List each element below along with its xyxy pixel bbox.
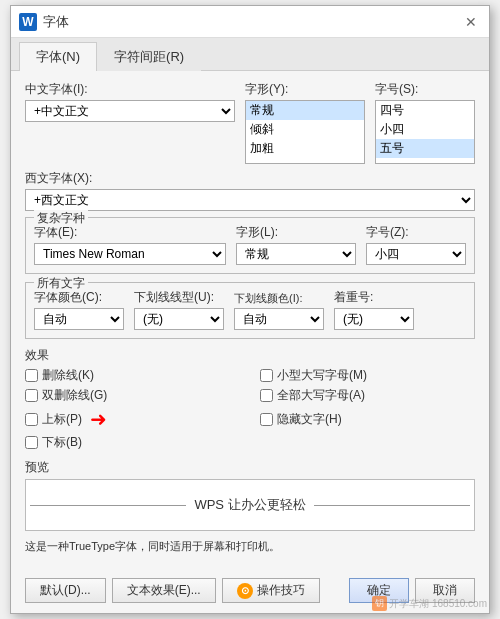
complex-style-field: 字形(L): 常规 — [236, 224, 356, 265]
effects-grid: 删除线(K) 小型大写字母(M) 双删除线(G) 全部大写字母(A) 上标(P) — [25, 367, 475, 451]
hidden-row: 隐藏文字(H) — [260, 407, 475, 431]
tab-spacing[interactable]: 字符间距(R) — [97, 42, 201, 71]
red-arrow-indicator: ➜ — [90, 407, 107, 431]
tab-font[interactable]: 字体(N) — [19, 42, 97, 71]
close-button[interactable]: ✕ — [461, 12, 481, 32]
style-group: 字形(Y): 常规 倾斜 加粗 — [245, 81, 365, 164]
underline-type-field: 下划线线型(U): (无) — [134, 289, 224, 330]
preview-box: WPS 让办公更轻松 — [25, 479, 475, 531]
complex-style-label: 字形(L): — [236, 224, 356, 241]
complex-font-row: 字体(E): Times New Roman 字形(L): 常规 字号(Z): … — [34, 224, 466, 265]
title-bar-left: W 字体 — [19, 13, 69, 31]
style-listbox[interactable]: 常规 倾斜 加粗 — [245, 100, 365, 164]
complex-size-field: 字号(Z): 小四 — [366, 224, 466, 265]
watermark: 钥 开学车湖 168510.com — [372, 596, 487, 611]
footer-left: 默认(D)... 文本效果(E)... ⊙ 操作技巧 — [25, 578, 320, 603]
title-controls: ✕ — [461, 12, 481, 32]
chinese-font-select[interactable]: +中文正文 — [25, 100, 235, 122]
all-caps-checkbox[interactable] — [260, 389, 273, 402]
dialog-content: 中文字体(I): +中文正文 字形(Y): 常规 倾斜 加粗 字号(S): 四号… — [11, 71, 489, 572]
title-bar: W 字体 ✕ — [11, 6, 489, 38]
small-caps-label: 小型大写字母(M) — [277, 367, 367, 384]
complex-font-title: 复杂字种 — [34, 210, 88, 227]
complex-style-select[interactable]: 常规 — [236, 243, 356, 265]
small-caps-checkbox[interactable] — [260, 369, 273, 382]
style-label: 字形(Y): — [245, 81, 365, 98]
wm-badge: 钥 — [372, 596, 387, 611]
dialog-title: 字体 — [43, 13, 69, 31]
underline-color-label: 下划线颜色(I): — [234, 291, 324, 306]
complex-font-field: 字体(E): Times New Roman — [34, 224, 226, 265]
west-font-row: 西文字体(X): +西文正文 — [25, 170, 475, 211]
emphasis-select[interactable]: (无) — [334, 308, 414, 330]
preview-section: 预览 WPS 让办公更轻松 — [25, 459, 475, 531]
complex-size-label: 字号(Z): — [366, 224, 466, 241]
underline-type-label: 下划线线型(U): — [134, 289, 224, 306]
style-option-bold[interactable]: 加粗 — [246, 139, 364, 158]
strikethrough-row: 删除线(K) — [25, 367, 240, 384]
style-option-regular[interactable]: 常规 — [246, 101, 364, 120]
complex-font-select[interactable]: Times New Roman — [34, 243, 226, 265]
strikethrough-checkbox[interactable] — [25, 369, 38, 382]
superscript-row: 上标(P) ➜ — [25, 407, 240, 431]
underline-color-select[interactable]: 自动 — [234, 308, 324, 330]
preview-label: 预览 — [25, 459, 475, 476]
underline-type-select[interactable]: (无) — [134, 308, 224, 330]
tab-bar: 字体(N) 字符间距(R) — [11, 38, 489, 71]
emphasis-field: 着重号: (无) — [334, 289, 414, 330]
complex-size-select[interactable]: 小四 — [366, 243, 466, 265]
size-group: 字号(S): 四号 小四 五号 — [375, 81, 475, 164]
superscript-checkbox[interactable] — [25, 413, 38, 426]
size-listbox[interactable]: 四号 小四 五号 — [375, 100, 475, 164]
tip-label: 操作技巧 — [257, 582, 305, 599]
hidden-checkbox[interactable] — [260, 413, 273, 426]
preview-line-right — [314, 505, 470, 506]
word-icon: W — [19, 13, 37, 31]
text-effect-button[interactable]: 文本效果(E)... — [112, 578, 216, 603]
west-font-select[interactable]: +西文正文 — [25, 189, 475, 211]
emphasis-label: 着重号: — [334, 289, 414, 306]
preview-lines: WPS 让办公更轻松 — [26, 496, 474, 514]
font-color-field: 字体颜色(C): 自动 — [34, 289, 124, 330]
wm-text: 开学车湖 168510.com — [389, 597, 487, 611]
double-strikethrough-row: 双删除线(G) — [25, 387, 240, 404]
default-button[interactable]: 默认(D)... — [25, 578, 106, 603]
hint-text: 这是一种TrueType字体，同时适用于屏幕和打印机。 — [25, 539, 475, 554]
preview-text: WPS 让办公更轻松 — [194, 496, 305, 514]
style-option-italic[interactable]: 倾斜 — [246, 120, 364, 139]
tip-icon: ⊙ — [237, 583, 253, 599]
size-option-4[interactable]: 四号 — [376, 101, 474, 120]
complex-font-group: 复杂字种 字体(E): Times New Roman 字形(L): 常规 字号… — [25, 217, 475, 274]
west-font-group: 西文字体(X): +西文正文 — [25, 170, 475, 211]
subscript-label: 下标(B) — [42, 434, 82, 451]
double-strikethrough-label: 双删除线(G) — [42, 387, 107, 404]
all-caps-label: 全部大写字母(A) — [277, 387, 365, 404]
all-text-row: 字体颜色(C): 自动 下划线线型(U): (无) 下划线颜色(I): 自动 — [34, 289, 466, 330]
size-option-5[interactable]: 五号 — [376, 139, 474, 158]
top-row: 中文字体(I): +中文正文 字形(Y): 常规 倾斜 加粗 字号(S): 四号… — [25, 81, 475, 164]
font-color-select[interactable]: 自动 — [34, 308, 124, 330]
size-option-small4[interactable]: 小四 — [376, 120, 474, 139]
subscript-row: 下标(B) — [25, 434, 240, 451]
font-dialog: W 字体 ✕ 字体(N) 字符间距(R) 中文字体(I): +中文正文 字形(Y… — [10, 5, 490, 614]
small-caps-row: 小型大写字母(M) — [260, 367, 475, 384]
hidden-label: 隐藏文字(H) — [277, 411, 342, 428]
chinese-font-label: 中文字体(I): — [25, 81, 235, 98]
all-text-group: 所有文字 字体颜色(C): 自动 下划线线型(U): (无) 下划线颜色(I): — [25, 282, 475, 339]
preview-line-left — [30, 505, 186, 506]
effects-label: 效果 — [25, 347, 475, 364]
west-font-label: 西文字体(X): — [25, 170, 475, 187]
effects-section: 效果 删除线(K) 小型大写字母(M) 双删除线(G) 全部大写字母(A) — [25, 347, 475, 451]
double-strikethrough-checkbox[interactable] — [25, 389, 38, 402]
chinese-font-group: 中文字体(I): +中文正文 — [25, 81, 235, 122]
underline-color-field: 下划线颜色(I): 自动 — [234, 291, 324, 330]
all-caps-row: 全部大写字母(A) — [260, 387, 475, 404]
strikethrough-label: 删除线(K) — [42, 367, 94, 384]
superscript-label: 上标(P) — [42, 411, 82, 428]
tip-button[interactable]: ⊙ 操作技巧 — [222, 578, 320, 603]
size-label: 字号(S): — [375, 81, 475, 98]
all-text-title: 所有文字 — [34, 275, 88, 292]
subscript-checkbox[interactable] — [25, 436, 38, 449]
